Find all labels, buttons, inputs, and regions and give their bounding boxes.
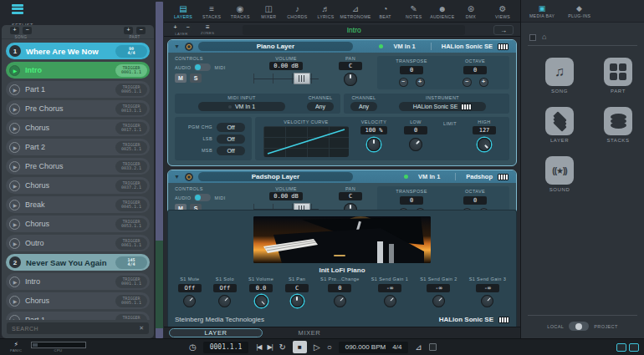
filter-checkbox[interactable] [529, 34, 536, 41]
setlist-search[interactable]: ✕ [7, 322, 149, 334]
local-project-toggle[interactable] [569, 322, 589, 331]
position-display[interactable]: 0001.1.1 [203, 342, 249, 353]
setlist-item[interactable]: ▶ Pre Chorus TRIGGER0013.1.1 [6, 100, 150, 117]
play-icon[interactable]: ▶ [9, 142, 20, 153]
remove-layer-button[interactable]: − [183, 24, 192, 32]
low-limit-knob[interactable] [406, 135, 426, 155]
setlist-header[interactable]: SETLIST [0, 0, 156, 25]
main-tab[interactable]: ✎ NOTES [400, 4, 428, 19]
setlist-scrollbar[interactable] [156, 2, 163, 338]
solo-button[interactable]: S [190, 74, 202, 83]
volume-value[interactable]: 0.00 dB [269, 62, 303, 70]
tile-layer[interactable]: LAYER [538, 107, 581, 143]
param-knob[interactable] [216, 292, 233, 310]
layer-power-button[interactable] [185, 43, 193, 51]
setlist-item[interactable]: ▶ Part 1 TRIGGER0005.1.1 [6, 81, 150, 98]
setlist-item[interactable]: ▶ Chorus TRIGGER0037.2.1 [6, 177, 150, 194]
remove-part-button[interactable]: − [136, 27, 146, 34]
main-tab[interactable]: ◔ BEAT [371, 4, 400, 19]
channel-select[interactable]: Any [307, 102, 334, 111]
octave-value[interactable]: 0 [463, 66, 487, 74]
layer-header[interactable]: ▼ Piano Layer VM In 1 HALion Sonic SE [168, 40, 516, 53]
pan-value[interactable]: C [339, 62, 362, 70]
play-icon[interactable]: ▶ [9, 238, 20, 249]
setlist-item[interactable]: ▶ Chorus TRIGGER0005.1.1 [6, 292, 150, 309]
param-knob[interactable] [381, 292, 398, 310]
tile-stacks[interactable]: STACKS [596, 107, 640, 143]
play-icon[interactable]: ▶ [9, 104, 20, 114]
tab-layer[interactable]: LAYER [169, 328, 263, 337]
setlist-item[interactable]: ▶ Break TRIGGER0045.1.1 [6, 196, 150, 213]
play-icon[interactable]: ▶ [9, 276, 20, 287]
add-layer-button[interactable]: + [171, 24, 180, 32]
setlist-item[interactable]: ▶ Pre Chorus TRIGGER0033.2.1 [6, 158, 150, 175]
home-icon[interactable]: ⌂ [542, 33, 546, 41]
tab-mixer[interactable]: MIXER [263, 328, 356, 337]
audio-midi-toggle[interactable] [194, 63, 211, 71]
panic-button[interactable]: ⚡ PANIC [10, 342, 23, 352]
octave-value[interactable]: 0 [463, 196, 487, 205]
param-value[interactable]: -∞ [427, 284, 450, 292]
setlist-item[interactable]: ▶ Outro TRIGGER0061.1.1 [6, 235, 150, 251]
layer-name[interactable]: Padshop Layer [198, 172, 353, 181]
play-icon[interactable]: ▶ [9, 219, 20, 230]
param-knob[interactable] [478, 292, 496, 310]
midi-input-select[interactable]: VM In 1 [198, 102, 285, 111]
mute-button[interactable]: M [175, 74, 187, 83]
setlist-item[interactable]: ▶ Chorus TRIGGER0017.1.1 [6, 119, 150, 136]
tab-media-bay[interactable]: ▣ MEDIA BAY [529, 4, 555, 18]
play-icon[interactable]: ▶ [9, 180, 20, 191]
tempo-display[interactable]: 090.000 BPM4/4 [339, 342, 409, 353]
lsb-select[interactable]: Off [217, 134, 245, 144]
param-knob[interactable] [252, 292, 269, 310]
param-knob[interactable] [291, 295, 304, 307]
layout-left-button[interactable] [616, 343, 626, 352]
low-value[interactable]: 0 [404, 126, 427, 134]
play-icon[interactable]: ▶ [9, 65, 20, 76]
add-part-button[interactable]: + [124, 27, 133, 34]
layer-midi-input[interactable]: VM In 1 [413, 173, 450, 180]
search-input[interactable] [12, 326, 135, 332]
velocity-knob[interactable] [367, 138, 381, 151]
remove-song-button[interactable]: − [23, 27, 32, 34]
instrument-select[interactable]: HALion Sonic SE [399, 102, 486, 111]
pgm-chg-select[interactable]: Off [217, 123, 245, 132]
play-icon[interactable]: ▶ [9, 84, 20, 95]
metronome-checkbox[interactable] [429, 343, 437, 351]
clear-search-icon[interactable]: ✕ [139, 325, 144, 332]
tile-sound[interactable]: ((★)) SOUND [538, 156, 581, 192]
main-tab[interactable]: ☻ AUDIENCE [428, 4, 457, 19]
setlist-item[interactable]: ▶ Intro TRIGGER0001.1.1 [6, 273, 150, 290]
tile-song[interactable]: ♫ SONG [538, 58, 581, 94]
setlist-item[interactable]: 2 ▶ Never Saw You Again 1454/4 [6, 254, 150, 271]
collapse-icon[interactable]: ▼ [174, 174, 180, 180]
pan-knob[interactable] [344, 73, 357, 86]
high-value[interactable]: 127 [473, 126, 496, 134]
volume-value[interactable]: 0.00 dB [269, 192, 303, 200]
next-part-button[interactable]: → [493, 25, 514, 35]
preset-name[interactable]: Init LoFi Piano [168, 266, 516, 274]
param-value[interactable]: 0.0 [249, 284, 273, 292]
param-value[interactable]: -∞ [378, 284, 401, 292]
play-button[interactable]: ▷ [314, 342, 320, 352]
setlist-item[interactable]: ▶ Part 2 TRIGGER0025.1.1 [6, 139, 150, 155]
play-icon[interactable]: ▶ [9, 200, 20, 210]
param-knob[interactable] [331, 292, 349, 310]
main-tab[interactable]: ♪ CHORDS [283, 4, 311, 19]
layer-instrument[interactable]: HALion Sonic SE [431, 43, 510, 50]
tab-views[interactable]: ⚙ VIEWS [490, 4, 515, 19]
add-song-button[interactable]: + [10, 27, 19, 34]
high-limit-knob[interactable] [475, 135, 494, 155]
param-knob[interactable] [430, 292, 447, 310]
tile-part[interactable]: PART [596, 58, 640, 94]
metronome-button[interactable]: ⊿ [415, 342, 422, 352]
record-button[interactable]: ○ [327, 342, 332, 352]
main-tab[interactable]: ◫ MIXER [254, 4, 283, 19]
velocity-value[interactable]: 100 % [360, 126, 386, 134]
volume-slider-handle[interactable] [294, 73, 310, 84]
setlist-item[interactable]: 1 ▶ Where Are We Now 904/4 [6, 43, 150, 59]
octave-minus-button[interactable]: − [463, 78, 472, 87]
octave-plus-button[interactable]: + [479, 78, 488, 87]
tab-plug-ins[interactable]: ◆ PLUG-INS [568, 4, 590, 18]
layout-right-button[interactable] [629, 343, 639, 352]
